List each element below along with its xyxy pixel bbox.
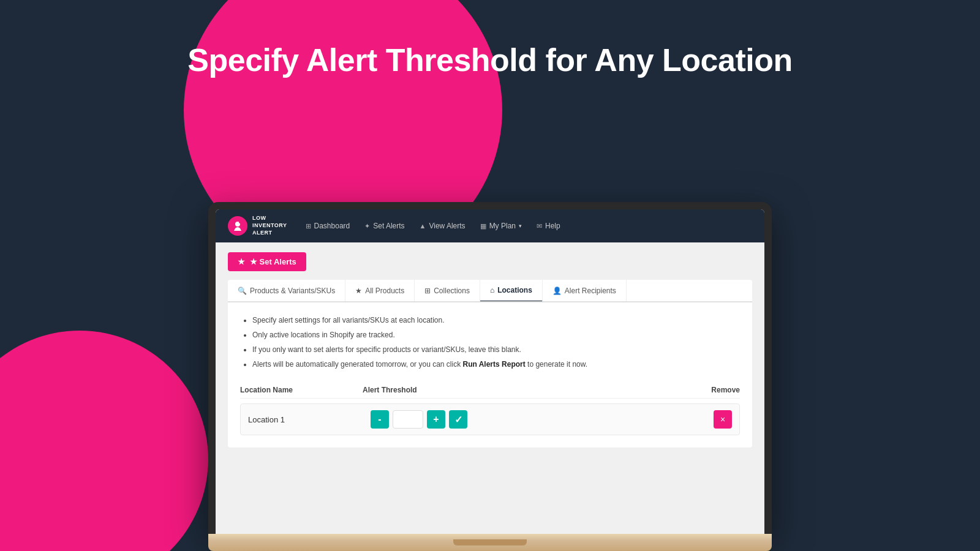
- info-bullet-4: Alerts will be automatically generated t…: [252, 359, 740, 370]
- tab-all-products[interactable]: ★ All Products: [345, 280, 415, 301]
- help-icon: ✉: [537, 222, 542, 230]
- info-bullet-2: Only active locations in Shopify are tra…: [252, 329, 740, 340]
- set-alerts-button[interactable]: ★ ★ Set Alerts: [228, 252, 306, 271]
- app-navbar: LOW INVENTORY ALERT ⊞ Dashboard ✦ Set Al…: [216, 209, 764, 242]
- remove-cell: ×: [683, 410, 732, 429]
- app-body: ★ ★ Set Alerts 🔍 Products & Variants/SKU…: [216, 242, 764, 534]
- laptop-screen-inner: LOW INVENTORY ALERT ⊞ Dashboard ✦ Set Al…: [216, 209, 764, 534]
- logo-text: LOW INVENTORY ALERT: [252, 215, 287, 236]
- nav-items: ⊞ Dashboard ✦ Set Alerts ▲ View Alerts ▦…: [300, 218, 752, 234]
- run-alerts-link[interactable]: Run Alerts Report: [462, 360, 525, 369]
- decrement-button[interactable]: -: [371, 410, 389, 429]
- nav-item-set-alerts[interactable]: ✦ Set Alerts: [358, 218, 410, 234]
- nav-item-help[interactable]: ✉ Help: [530, 218, 567, 234]
- app-logo: LOW INVENTORY ALERT: [228, 215, 287, 236]
- laptop-screen-outer: LOW INVENTORY ALERT ⊞ Dashboard ✦ Set Al…: [208, 202, 772, 534]
- tabs-container: 🔍 Products & Variants/SKUs ★ All Product…: [228, 280, 752, 302]
- my-plan-icon: ▦: [480, 222, 486, 230]
- svg-point-1: [239, 221, 241, 223]
- table-row: Location 1 - + ✓ ×: [240, 403, 740, 435]
- content-panel: Specify alert settings for all variants/…: [228, 302, 752, 448]
- nav-item-view-alerts[interactable]: ▲ View Alerts: [413, 218, 472, 234]
- star-icon: ★: [238, 257, 245, 266]
- tab-alert-recipients[interactable]: 👤 Alert Recipients: [543, 280, 627, 301]
- nav-item-my-plan[interactable]: ▦ My Plan ▾: [474, 218, 528, 234]
- star-tab-icon: ★: [355, 287, 362, 295]
- table-header: Location Name Alert Threshold Remove: [240, 382, 740, 399]
- remove-button[interactable]: ×: [714, 410, 732, 429]
- info-bullet-3: If you only want to set alerts for speci…: [252, 344, 740, 355]
- chevron-down-icon: ▾: [519, 223, 522, 229]
- set-alerts-icon: ✦: [364, 222, 370, 230]
- search-icon: 🔍: [238, 287, 247, 295]
- laptop-base: [208, 534, 772, 551]
- nav-item-dashboard[interactable]: ⊞ Dashboard: [300, 218, 356, 234]
- threshold-controls: - + ✓: [371, 410, 683, 429]
- dashboard-icon: ⊞: [306, 222, 311, 230]
- user-icon: 👤: [552, 287, 562, 295]
- increment-button[interactable]: +: [427, 410, 445, 429]
- info-list: Specify alert settings for all variants/…: [240, 315, 740, 370]
- location-name-cell: Location 1: [248, 415, 371, 424]
- grid-icon: ⊞: [424, 287, 431, 295]
- tab-collections[interactable]: ⊞ Collections: [415, 280, 480, 301]
- laptop-notch: [453, 539, 527, 545]
- th-alert-threshold: Alert Threshold: [363, 386, 691, 394]
- page-title: Specify Alert Threshold for Any Location: [0, 43, 980, 78]
- location-icon: ⌂: [490, 286, 494, 294]
- threshold-input[interactable]: [393, 410, 423, 429]
- laptop-container: LOW INVENTORY ALERT ⊞ Dashboard ✦ Set Al…: [208, 202, 772, 551]
- confirm-button[interactable]: ✓: [449, 410, 467, 429]
- info-bullet-1: Specify alert settings for all variants/…: [252, 315, 740, 326]
- tab-products-variants[interactable]: 🔍 Products & Variants/SKUs: [228, 280, 345, 301]
- th-location-name: Location Name: [240, 386, 363, 394]
- view-alerts-icon: ▲: [420, 222, 426, 230]
- th-remove: Remove: [691, 386, 740, 394]
- locations-table: Location Name Alert Threshold Remove Loc…: [240, 382, 740, 435]
- bg-decoration-arc: [0, 331, 208, 551]
- tab-locations[interactable]: ⌂ Locations: [480, 280, 543, 302]
- logo-icon: [228, 216, 247, 236]
